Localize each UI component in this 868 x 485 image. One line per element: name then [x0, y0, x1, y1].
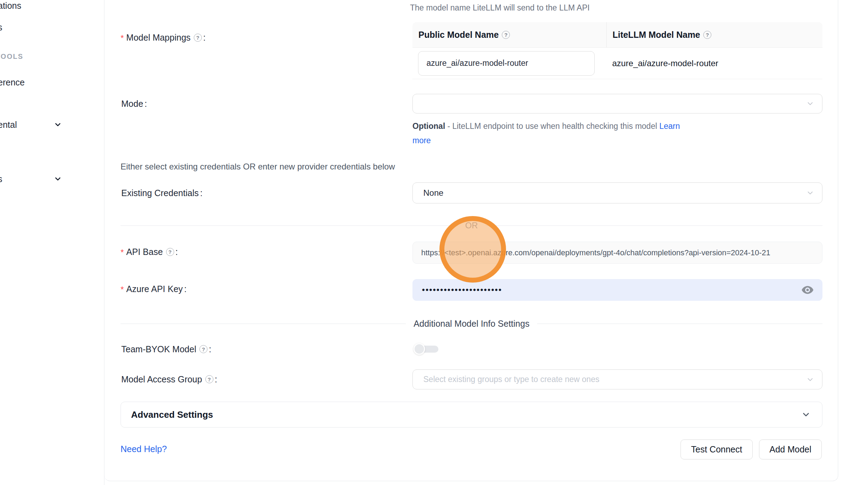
model-mappings-table-row: azure_ai/azure-model-router azure_ai/azu…: [412, 48, 822, 79]
public-model-name-header: Public Model Name ?: [412, 22, 606, 47]
required-asterisk: *: [121, 285, 124, 295]
mode-select[interactable]: [412, 94, 822, 113]
sidebar-item-inference[interactable]: erence: [0, 77, 25, 88]
public-model-name-input[interactable]: azure_ai/azure-model-router: [418, 51, 595, 76]
chevron-down-icon: [54, 175, 62, 183]
existing-credentials-select[interactable]: None: [412, 182, 822, 203]
need-help-link[interactable]: Need Help?: [121, 444, 167, 454]
masked-api-key: ••••••••••••••••••••••: [412, 286, 502, 294]
mode-help-text-line2: more: [412, 136, 431, 145]
model-mappings-table-header: Public Model Name ? LiteLLM Model Name ?: [412, 22, 822, 48]
model-mappings-label: * Model Mappings ? :: [121, 32, 206, 43]
test-connect-button[interactable]: Test Connect: [681, 439, 753, 459]
sidebar-item-logs[interactable]: s: [0, 22, 2, 33]
advanced-settings-title: Advanced Settings: [121, 409, 213, 420]
sidebar-section-tools: TOOLS: [0, 53, 23, 61]
team-byok-label: Team-BYOK Model ? :: [121, 344, 211, 354]
chevron-down-icon: [801, 410, 811, 420]
learn-more-link[interactable]: Learn: [659, 122, 680, 131]
chevron-down-icon: [54, 120, 62, 129]
chevron-down-icon: [806, 99, 814, 108]
eye-icon[interactable]: [801, 285, 814, 295]
model-access-group-label: Model Access Group ? :: [121, 374, 217, 384]
sidebar-item-organizations[interactable]: ations: [0, 1, 21, 11]
or-divider: OR: [121, 221, 822, 230]
sidebar-item-settings[interactable]: s: [0, 174, 2, 184]
mode-help-text: Optional - LiteLLM endpoint to use when …: [412, 122, 680, 131]
existing-credentials-value: None: [413, 188, 443, 198]
model-access-group-select[interactable]: Select existing groups or type to create…: [412, 369, 822, 389]
help-tooltip-icon[interactable]: ?: [194, 34, 202, 42]
advanced-settings-panel[interactable]: Advanced Settings: [121, 402, 822, 428]
chevron-down-icon: [806, 375, 814, 384]
credentials-note: Either select existing credentials OR en…: [121, 162, 395, 172]
litellm-model-name-value: azure_ai/azure-model-router: [606, 48, 822, 79]
model-access-group-placeholder: Select existing groups or type to create…: [413, 375, 599, 384]
help-tooltip-icon[interactable]: ?: [502, 31, 510, 39]
api-base-label: * API Base ? :: [121, 246, 178, 257]
required-asterisk: *: [121, 248, 124, 257]
help-tooltip-icon[interactable]: ?: [703, 31, 711, 39]
azure-api-key-label: * Azure API Key :: [121, 283, 187, 295]
learn-more-link[interactable]: more: [412, 136, 431, 145]
additional-info-divider: Additional Model Info Settings: [121, 319, 822, 329]
sidebar-item-experimental[interactable]: ental: [0, 120, 17, 130]
help-tooltip-icon[interactable]: ?: [205, 375, 213, 383]
additional-info-divider-label: Additional Model Info Settings: [406, 319, 537, 329]
help-tooltip-icon[interactable]: ?: [166, 248, 174, 256]
existing-credentials-label: Existing Credentials :: [121, 188, 203, 198]
model-mappings-table: Public Model Name ? LiteLLM Model Name ?…: [412, 22, 822, 79]
mode-label: Mode :: [121, 99, 147, 109]
team-byok-toggle[interactable]: [414, 343, 439, 355]
model-name-hint: The model name LiteLLM will send to the …: [410, 3, 590, 13]
api-base-input[interactable]: https://<test>.openai.azure.com/openai/d…: [412, 242, 822, 264]
azure-api-key-input[interactable]: ••••••••••••••••••••••: [412, 279, 822, 301]
chevron-down-icon: [806, 189, 814, 197]
sidebar: ations s TOOLS erence ental s: [0, 0, 104, 485]
or-divider-label: OR: [458, 221, 486, 230]
litellm-model-name-header: LiteLLM Model Name ?: [606, 22, 822, 47]
toggle-knob: [414, 343, 425, 355]
api-base-value: https://<test>.openai.azure.com/openai/d…: [413, 248, 770, 257]
add-model-form-page: ations s TOOLS erence ental s The model …: [0, 0, 868, 485]
help-tooltip-icon[interactable]: ?: [199, 345, 207, 353]
required-asterisk: *: [121, 33, 124, 43]
add-model-button[interactable]: Add Model: [759, 439, 822, 459]
